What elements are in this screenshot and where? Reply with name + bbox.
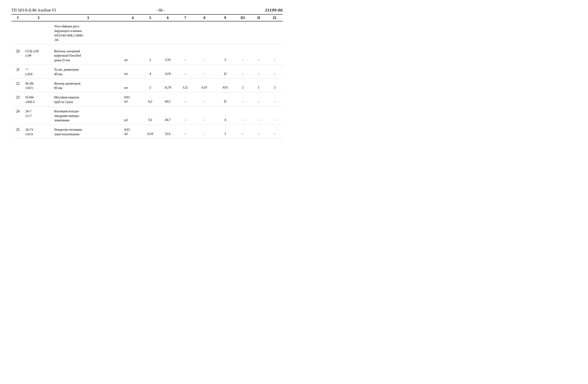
row-3-col-1: 22 [11,78,24,92]
col-header-5: 5 [142,14,158,21]
header-right: 21199-06 [265,8,283,13]
col-header-12: I2 [267,14,283,21]
row-1-col-5: 2 [142,46,158,65]
table-row: 2I-"- п.IOIТо же, диаметром 40 ммшт43,OI… [11,65,283,78]
row-3-col-7: I,I2 [177,78,193,92]
row-1-col-9: 3 [216,46,235,65]
row-4-col-9: I2 [216,92,235,106]
row-1-col-3: Вентиль запорный муфтовый I5кч18пI диам.… [53,46,123,65]
row-2-col-8: - [193,65,216,78]
row-6-col-9: I [216,125,235,139]
row-3-col-4: шт [123,78,142,92]
row-0-col-11 [251,21,267,44]
row-2-col-2: -"- п.IOI [24,65,53,78]
row-1-col-10: - [235,46,251,65]
row-2-col-10: - [235,65,251,78]
row-2-col-9: I2 [216,65,235,78]
row-6-col-11: - [251,125,267,139]
table-row: 2526-73 т.I3-9Покрытие изоляции лакостек… [11,125,283,139]
row-6-col-4: IOO м2 [123,125,142,139]
row-5-col-10: - [235,106,251,124]
row-3-col-3: Фильтр диаметром 90 мм [53,78,123,92]
row-1-col-12: - [267,46,283,65]
col-header-6: 6 [158,14,177,21]
row-3-col-11: I [251,78,267,92]
row-4-col-6: 60,5 [158,92,177,106]
table-row: 2426-7 т.2-7Изоляция полуци- линдрами ми… [11,106,283,124]
row-4-col-2: I5-6I4 т.I64-3 [24,92,53,106]
row-3-col-6: 5I,70 [158,78,177,92]
col-header-7: 7 [177,14,193,21]
row-3-col-2: I8-2I6 т.I4-5 [24,78,53,92]
col-header-4: 4 [123,14,142,21]
col-header-9: 9 [216,14,235,21]
row-0-col-12 [267,21,283,44]
row-3-col-8: 0,47 [193,78,216,92]
row-2-col-7: - [177,65,193,78]
row-5-col-9: 4 [216,106,235,124]
row-5-col-5: 0,I [142,106,158,124]
table-row: 23I5-6I4 т.I64-3Масляная окраска труб за… [11,92,283,106]
row-0-col-4 [123,21,142,44]
row-5-col-2: 26-7 т.2-7 [24,106,53,124]
row-1-col-4: шт [123,46,142,65]
table-row: 22I8-2I6 т.I4-5Фильтр диаметром 90 ммшт2… [11,78,283,92]
row-3-col-5: 2 [142,78,158,92]
row-2-col-3: То же, диаметром 40 мм [53,65,123,78]
row-1-col-11: - [251,46,267,65]
row-4-col-5: 0,2 [142,92,158,106]
row-4-col-11: - [251,92,267,106]
row-1-col-6: I,59 [158,46,177,65]
row-4-col-10: - [235,92,251,106]
row-0-col-2 [24,21,53,44]
row-6-col-1: 25 [11,125,24,139]
row-4-col-1: 23 [11,92,24,106]
table-row: 20ССЦ ч.III п.99Вентиль запорный муфтовы… [11,46,283,65]
row-2-col-11: - [251,65,267,78]
row-0-col-6 [158,21,177,44]
col-header-10: IO [235,14,251,21]
row-4-col-8: - [193,92,216,106]
row-6-col-8: - [193,125,216,139]
row-5-col-11: - [251,106,267,124]
row-2-col-6: 3,OI [158,65,177,78]
row-5-col-6: 40,7 [158,106,177,124]
row-5-col-1: 24 [11,106,24,124]
row-1-col-7: - [177,46,193,65]
row-4-col-7: - [177,92,193,106]
row-6-col-10: - [235,125,251,139]
row-5-col-8: - [193,106,216,124]
row-2-col-1: 2I [11,65,24,78]
row-6-col-3: Покрытие изоляции лакостеклотканью [53,125,123,139]
row-2-col-12: - [267,65,283,78]
row-5-col-12: - [267,106,283,124]
row-3-col-9: IO3 [216,78,235,92]
row-0-col-8 [193,21,216,44]
col-header-2: 2 [24,14,53,21]
row-0-col-3: Узел обвязки регу- лирующего клапана УР2… [53,21,123,44]
row-3-col-12: 3 [267,78,283,92]
row-2-col-5: 4 [142,65,158,78]
row-4-col-12: - [267,92,283,106]
row-6-col-7: - [177,125,193,139]
row-0-col-7 [177,21,193,44]
table-row: Узел обвязки регу- лирующего клапана УР2… [11,21,283,44]
row-0-col-10 [235,21,251,44]
row-4-col-4: IOO м2 [123,92,142,106]
header-left: ТП 503-9-II.86 Альбом VI [11,8,56,12]
row-5-col-3: Изоляция полуци- линдрами минера- ловатн… [53,106,123,124]
main-table: I 2 3 4 5 6 7 8 9 IO II I2 Узел обвязки … [11,14,283,139]
row-6-col-5: 0,OI [142,125,158,139]
col-header-3: 3 [53,14,123,21]
row-5-col-7: - [177,106,193,124]
row-1-col-1: 20 [11,46,24,65]
col-header-8: 8 [193,14,216,21]
row-6-col-12: - [267,125,283,139]
row-6-col-2: 26-73 т.I3-9 [24,125,53,139]
row-4-col-3: Масляная окраска труб за 2 раза [53,92,123,106]
row-5-col-4: м3 [123,106,142,124]
row-6-col-6: I2,6 [158,125,177,139]
row-0-col-5 [142,21,158,44]
row-0-col-9 [216,21,235,44]
row-2-col-4: шт [123,65,142,78]
